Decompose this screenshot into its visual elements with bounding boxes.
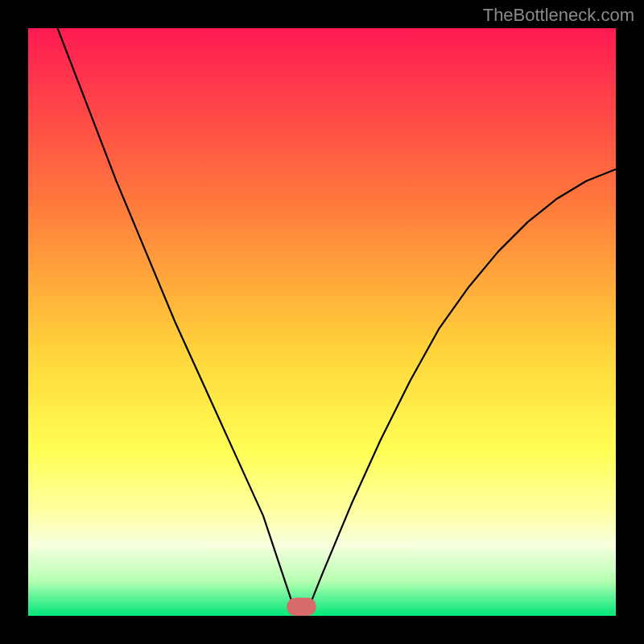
optimum-marker [287,597,316,616]
watermark-text: TheBottleneck.com [483,5,634,26]
bottleneck-chart [0,0,644,644]
chart-background [28,28,616,616]
chart-container: TheBottleneck.com [0,0,644,644]
